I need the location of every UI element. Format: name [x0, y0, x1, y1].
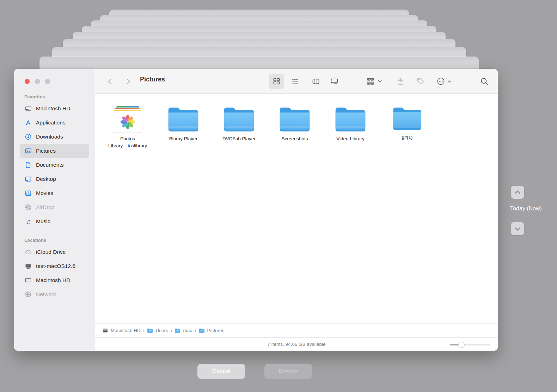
folder-icon — [147, 328, 153, 333]
tag-icon[interactable] — [413, 74, 427, 89]
sidebar-item-label: Macintosh HD — [36, 277, 70, 283]
file-gif-1[interactable]: gif(1) — [379, 102, 435, 141]
sidebar-item-desktop[interactable]: Desktop — [20, 172, 89, 186]
file-label: Video Library — [323, 135, 378, 142]
display-icon — [24, 262, 32, 270]
gallery-view-button[interactable] — [326, 74, 342, 89]
folder-icon — [391, 105, 423, 131]
sidebar-item-label: AirDrop — [36, 204, 55, 210]
breadcrumb-label: Macintosh HD — [111, 328, 141, 333]
photos-pinwheel-icon — [120, 114, 136, 130]
sidebar-item-network[interactable]: Network — [20, 287, 89, 301]
sidebar-item-label: Desktop — [36, 176, 56, 182]
sidebar-item-label: Applications — [36, 120, 66, 126]
cloud-icon — [24, 248, 32, 256]
column-view-button[interactable] — [308, 74, 324, 89]
finder-window: Favorites Macintosh HD Applications Down… — [14, 69, 498, 351]
icon-size-slider[interactable] — [450, 342, 490, 347]
breadcrumb-label: Users — [155, 328, 168, 333]
sidebar-item-label: Pictures — [36, 148, 56, 154]
forward-button[interactable] — [120, 74, 136, 89]
folder-icon — [175, 328, 180, 333]
zoom-button[interactable] — [45, 79, 50, 84]
breadcrumb-macintosh-hd[interactable]: Macintosh HD — [102, 327, 141, 333]
sidebar-item-label: Downloads — [36, 134, 63, 140]
breadcrumb-mac[interactable]: mac — [175, 328, 192, 333]
timeline-back-button[interactable] — [511, 186, 524, 199]
pictures-icon — [24, 147, 32, 155]
sidebar-item-label: Macintosh HD — [36, 105, 70, 112]
document-icon — [24, 161, 32, 169]
list-view-button[interactable] — [287, 74, 302, 89]
breadcrumb-label: mac — [183, 328, 192, 333]
sidebar-item-applications[interactable]: Applications — [20, 116, 89, 130]
path-bar: Macintosh HD › Users › mac › Pictures — [95, 323, 498, 337]
sidebar-item-pictures[interactable]: Pictures — [20, 144, 89, 158]
chevron-up-icon — [514, 189, 521, 196]
breadcrumb-pictures[interactable]: Pictures — [199, 328, 225, 333]
drive-icon — [102, 327, 108, 333]
music-icon: ♫ — [24, 218, 32, 225]
sidebar-item-label: iCloud Drive — [36, 249, 66, 255]
search-button[interactable] — [477, 74, 492, 89]
sidebar-item-macintosh-hd-location[interactable]: Macintosh HD — [20, 273, 89, 287]
breadcrumb-label: Pictures — [207, 328, 225, 333]
breadcrumb-users[interactable]: Users — [147, 328, 168, 333]
minimize-button[interactable] — [35, 79, 40, 84]
restore-button[interactable]: Restore — [264, 364, 312, 379]
sidebar-item-music[interactable]: ♫ Music — [20, 214, 89, 228]
hard-drive-icon — [24, 276, 32, 284]
sidebar-item-label: Documents — [36, 162, 63, 168]
sidebar-item-documents[interactable]: Documents — [20, 158, 89, 172]
breadcrumb-separator: › — [195, 328, 196, 333]
file-video-library[interactable]: Video Library — [323, 102, 378, 142]
toolbar: Pictures — [95, 69, 498, 94]
airdrop-icon — [24, 203, 32, 211]
file-dvdfab-player[interactable]: DVDFab Player — [211, 102, 267, 142]
more-button[interactable] — [433, 74, 455, 89]
window-controls — [14, 69, 95, 94]
folder-icon — [199, 328, 205, 333]
cancel-button[interactable]: Cancel — [197, 364, 245, 379]
icon-view-button[interactable] — [269, 74, 284, 89]
hard-drive-icon — [24, 105, 32, 112]
folder-icon — [278, 105, 312, 133]
group-button[interactable] — [364, 74, 384, 89]
sidebar-item-downloads[interactable]: Downloads — [20, 130, 89, 144]
sidebar-item-label: Network — [36, 291, 56, 298]
sidebar-item-label: Movies — [36, 190, 53, 196]
chevron-down-icon — [514, 225, 521, 233]
file-bluray-player[interactable]: Bluray Player — [155, 102, 211, 142]
sidebar-item-icloud-drive[interactable]: iCloud Drive — [20, 245, 89, 259]
file-screenshots[interactable]: Screenshots — [267, 102, 323, 142]
window-title: Pictures — [140, 76, 165, 83]
timeline-forward-button[interactable] — [511, 222, 524, 235]
chevron-down-icon — [447, 79, 452, 84]
close-button[interactable] — [25, 79, 30, 84]
timeline-label: Today (Now) — [495, 206, 557, 212]
chevron-down-icon — [378, 79, 382, 84]
sidebar: Favorites Macintosh HD Applications Down… — [14, 69, 95, 351]
sidebar-item-macintosh-hd[interactable]: Macintosh HD — [20, 102, 89, 116]
share-button[interactable] — [393, 74, 408, 89]
sidebar-item-movies[interactable]: Movies — [20, 186, 89, 200]
file-label: Screenshots — [267, 135, 323, 142]
file-photos-library[interactable]: Photos Library....toslibrary — [100, 102, 155, 149]
movies-icon — [24, 189, 32, 197]
slider-knob[interactable] — [458, 342, 465, 348]
file-label: Photos Library....toslibrary — [100, 135, 155, 149]
sidebar-item-label: Music — [36, 218, 50, 225]
sidebar-item-test-macos12-6[interactable]: test-macOS12.6 — [20, 259, 89, 273]
file-label: gif(1) — [379, 134, 435, 141]
sidebar-item-airdrop[interactable]: AirDrop — [20, 200, 89, 214]
item-count-text: 7 items, 94.06 GB available — [267, 342, 325, 347]
folder-icon — [222, 105, 256, 133]
back-button[interactable] — [102, 74, 118, 89]
breadcrumb-separator: › — [143, 328, 145, 333]
downloads-icon — [24, 133, 32, 141]
favorites-header: Favorites — [14, 94, 95, 102]
globe-icon — [24, 290, 32, 298]
folder-icon — [333, 105, 367, 133]
file-label: DVDFab Player — [211, 135, 267, 142]
main-pane: Pictures — [95, 69, 498, 351]
